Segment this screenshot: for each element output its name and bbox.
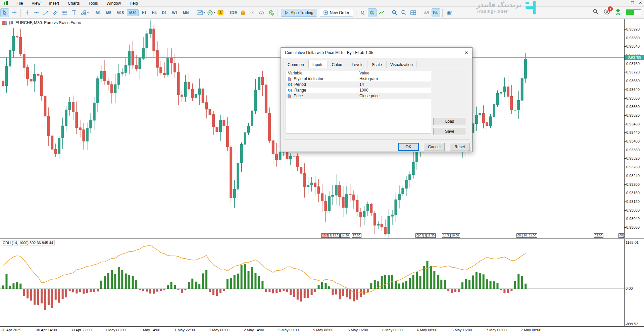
time-tick: 30 Apr 22:00 (70, 328, 91, 332)
time-tick: 5 May 08:00 (313, 328, 334, 332)
cancel-button[interactable]: Cancel (424, 143, 445, 151)
time-tick: 6 May 08:00 (417, 328, 437, 332)
price-tick: 0.93560 (626, 105, 640, 109)
cdh-indicator-chart[interactable] (0, 239, 625, 327)
chart-objects-icon[interactable] (195, 8, 204, 17)
fibonacci-tool-icon[interactable] (60, 8, 69, 17)
price-scale[interactable]: 0.939200.938800.938400.938000.937600.937… (624, 19, 644, 326)
shapes-tool-icon[interactable] (79, 8, 88, 17)
channel-tool-icon[interactable] (51, 8, 60, 17)
time-tag: 14:50 (340, 233, 350, 238)
timeframe-m5[interactable]: M5 (104, 9, 113, 16)
inputs-table-header: Variable Value (286, 70, 431, 76)
timeframe-mn[interactable]: MN (181, 9, 191, 16)
indicators-caret[interactable]: ▾ (214, 11, 215, 14)
current-price-box: 0.93789 (625, 55, 644, 60)
shapes-dropdown-caret[interactable]: ▾ (87, 11, 89, 14)
save-button[interactable]: Save (433, 128, 466, 135)
table-row-period[interactable]: O1Period 14 (286, 82, 431, 88)
dialog-title-bar[interactable]: Cumulative Delta with Price MT5 - By TFL… (281, 48, 472, 58)
menu-window[interactable]: Window (102, 0, 126, 6)
price-tick: 0.93160 (626, 191, 640, 195)
timeframe-m1[interactable]: M1 (93, 9, 103, 16)
crosshair-icon[interactable] (10, 8, 18, 17)
reset-button[interactable]: Reset (450, 143, 470, 151)
dialog-title: Cumulative Delta with Price MT5 - By TFL… (285, 50, 373, 55)
load-button[interactable]: Load (433, 118, 466, 125)
window-restore-icon[interactable]: ❐ (631, 1, 634, 5)
play-icon (285, 11, 289, 15)
price-tick: 0.93680 (626, 79, 640, 83)
level-icon[interactable]: LVL (615, 9, 621, 15)
price-tick: 0.93000 (626, 225, 640, 229)
table-row-range[interactable]: O1Range 1000 (286, 88, 431, 93)
timeframe-m30[interactable]: M30 (127, 9, 139, 16)
ide-icon[interactable]: IDE (229, 8, 238, 17)
price-tick: 0.93840 (626, 44, 640, 48)
zoom-out-icon[interactable] (400, 8, 408, 17)
ok-button[interactable]: OK (398, 143, 419, 151)
bar-chart-mode-icon[interactable] (358, 8, 367, 17)
menu-file[interactable]: File (12, 0, 27, 6)
trendline-tool-icon[interactable] (42, 8, 50, 17)
price-tick: 0.93640 (626, 88, 640, 92)
table-row-style[interactable]: Style of indicator Histogram (286, 76, 431, 82)
new-order-button[interactable]: New Order (320, 9, 353, 17)
time-tag: 11:00 (528, 233, 537, 238)
dialog-minimize-icon[interactable]: – (438, 48, 449, 57)
timeframe-h1[interactable]: H1 (139, 9, 149, 16)
time-tag: 02:00 (594, 233, 603, 238)
line-chart-mode-icon[interactable] (377, 8, 386, 17)
cloud-icon[interactable] (257, 8, 266, 17)
algo-trading-button[interactable]: Algo Trading (281, 9, 317, 17)
screenshot-icon[interactable] (445, 8, 453, 17)
menu-help[interactable]: Help (125, 0, 142, 6)
menu-charts[interactable]: Charts (63, 0, 84, 6)
profile-icon[interactable]: 1 (604, 8, 610, 16)
menu-bar: File View Insert Charts Tools Window Hel… (0, 0, 644, 7)
time-tick: 7 May 08:00 (521, 328, 541, 332)
symbol-title: EURCHF, M30: Euro vs Swiss Franc (15, 20, 81, 25)
menu-view[interactable]: View (27, 0, 45, 6)
tile-windows-icon[interactable] (409, 8, 418, 17)
chart-objects-caret[interactable]: ▾ (203, 11, 205, 14)
horizontal-line-tool-icon[interactable] (32, 8, 41, 17)
currency-icon[interactable]: $ (216, 8, 225, 17)
timeframe-h4[interactable]: H4 (149, 9, 159, 16)
candlestick-mode-icon[interactable] (368, 8, 377, 17)
timeframe-w1[interactable]: W1 (170, 9, 180, 16)
cursor-select-icon[interactable] (0, 8, 9, 17)
chart-shift-icon[interactable] (422, 8, 431, 17)
price-tick: 0.93600 (626, 96, 640, 100)
timeframe-d1[interactable]: D1 (160, 9, 169, 16)
menu-insert[interactable]: Insert (45, 0, 63, 6)
table-row-price[interactable]: Price Close price (286, 93, 431, 99)
cdh-scale-top: 1165.01 (626, 240, 639, 244)
tab-inputs[interactable]: Inputs (308, 60, 328, 68)
connection-toggle[interactable] (626, 9, 641, 15)
vps-icon[interactable] (267, 8, 276, 17)
time-tick: 1 May 22:00 (175, 328, 195, 332)
search-icon[interactable] (593, 9, 598, 16)
vertical-line-tool-icon[interactable] (23, 8, 32, 17)
market-bag-icon[interactable] (239, 8, 247, 17)
zoom-in-icon[interactable] (390, 8, 399, 17)
timeframe-m15[interactable]: M15 (114, 9, 126, 16)
resize-grip[interactable] (468, 148, 472, 151)
text-tool-icon[interactable] (70, 8, 79, 17)
indicators-icon[interactable] (206, 8, 214, 17)
time-tick: 30 Apr 2025 (1, 328, 21, 332)
symbol-header: EURCHF, M30: Euro vs Swiss Franc (2, 20, 81, 25)
price-tick: 0.93920 (626, 27, 640, 31)
auto-scroll-icon[interactable] (432, 8, 440, 17)
time-tag: 16:00 (450, 233, 460, 238)
time-tag: 11:30 (426, 233, 436, 238)
dialog-close-icon[interactable]: ✕ (461, 48, 472, 57)
price-tick: 0.93880 (626, 36, 640, 40)
time-tag: 17:00 (352, 233, 361, 238)
menu-tools[interactable]: Tools (84, 0, 102, 6)
time-axis[interactable]: 30 Apr 202530 Apr 14:0030 Apr 22:001 May… (0, 326, 644, 334)
window-minimize-icon[interactable]: – (624, 1, 626, 5)
signals-icon[interactable] (248, 8, 257, 17)
window-close-icon[interactable]: ✕ (639, 1, 642, 5)
